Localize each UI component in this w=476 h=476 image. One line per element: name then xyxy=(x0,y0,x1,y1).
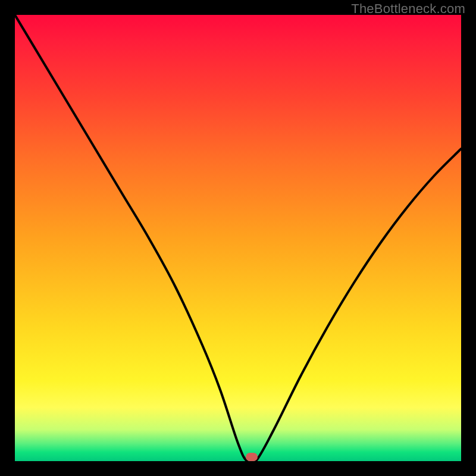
optimum-marker xyxy=(246,453,258,461)
plot-area xyxy=(15,15,461,461)
chart-frame: TheBottleneck.com xyxy=(0,0,476,476)
bottleneck-curve xyxy=(15,15,461,461)
attribution-text: TheBottleneck.com xyxy=(351,1,465,17)
